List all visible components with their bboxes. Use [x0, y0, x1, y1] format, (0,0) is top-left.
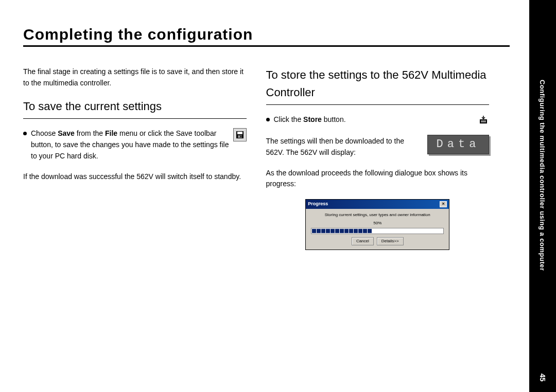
bullet-icon — [23, 132, 27, 135]
dialog-buttons: Cancel Details>> — [311, 237, 444, 245]
svg-rect-3 — [240, 136, 241, 137]
dialog-title: Progress — [308, 201, 328, 208]
details-button[interactable]: Details>> — [377, 237, 404, 245]
save-bullet-text: Choose Save from the File menu or click … — [31, 128, 229, 162]
section-divider — [23, 118, 247, 119]
page-content: Completing the configuration The final s… — [0, 0, 525, 265]
section-divider — [266, 104, 490, 105]
intro-paragraph: The final stage in creating a settings f… — [23, 66, 247, 88]
sidebar: Configuring the multimedia controller us… — [529, 0, 556, 392]
svg-rect-1 — [237, 132, 242, 134]
progress-intro: As the download proceeds the following d… — [266, 168, 490, 190]
display-row: The settings will then be downloaded to … — [266, 135, 490, 158]
store-icon — [478, 114, 489, 126]
dialog-titlebar: Progress × — [306, 200, 449, 209]
left-column: The final stage in creating a settings f… — [23, 66, 247, 250]
right-column: To store the settings to the 562V Multim… — [266, 66, 490, 250]
save-bullet-row: Choose Save from the File menu or click … — [23, 128, 247, 162]
store-bullet-row: Click the Store button. — [266, 114, 490, 126]
dialog-message: Storing current settings, user types and… — [311, 212, 444, 218]
cancel-button[interactable]: Cancel — [352, 237, 374, 245]
svg-rect-5 — [481, 120, 486, 122]
progress-bar — [311, 228, 444, 234]
dialog-body: Storing current settings, user types and… — [306, 209, 449, 250]
save-result-paragraph: If the download was successful the 562V … — [23, 171, 247, 183]
page-title: Completing the configuration — [23, 26, 489, 43]
save-floppy-icon — [233, 128, 247, 141]
sidebar-section-label: Configuring the multimedia controller us… — [538, 80, 546, 271]
close-icon[interactable]: × — [440, 201, 447, 207]
store-section-title: To store the settings to the 562V Multim… — [266, 66, 490, 101]
dialog-percent: 50% — [311, 220, 444, 226]
page-number: 45 — [538, 373, 547, 382]
columns: The final stage in creating a settings f… — [23, 66, 489, 250]
device-display: Data — [427, 135, 489, 154]
store-bullet-text: Click the Store button. — [274, 114, 478, 126]
save-section-title: To save the current settings — [23, 98, 247, 115]
download-text: The settings will then be downloaded to … — [266, 135, 423, 158]
progress-dialog: Progress × Storing current settings, use… — [305, 199, 449, 250]
bullet-icon — [266, 118, 270, 121]
title-divider — [23, 45, 510, 47]
